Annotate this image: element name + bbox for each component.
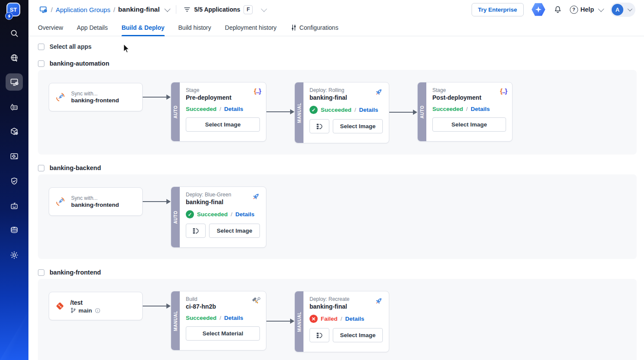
tab-label: App Details xyxy=(77,24,108,31)
rollback-button[interactable] xyxy=(309,119,329,133)
sidebar-item-global-config[interactable] xyxy=(6,246,23,264)
stage-node-card-post-deployment[interactable]: AUTO Stage Post-deployment {..} Succeede… xyxy=(417,82,513,142)
status-separator: / xyxy=(341,316,342,322)
applications-filter[interactable]: 5/5 Applications F xyxy=(183,5,266,14)
select-image-button[interactable]: Select Image xyxy=(432,117,506,132)
sync-node-app: banking-frontend xyxy=(71,202,119,208)
sync-node-label: Sync with... xyxy=(71,91,119,97)
try-enterprise-button[interactable]: Try Enterprise xyxy=(472,3,524,16)
status-text: Succeeded xyxy=(197,211,228,218)
tab-build-and-deploy[interactable]: Build & Deploy xyxy=(122,19,165,36)
select-all-label: Select all apps xyxy=(50,43,91,50)
git-node-card[interactable]: /test main xyxy=(49,292,143,320)
rollback-icon xyxy=(192,227,200,235)
select-material-button[interactable]: Select Material xyxy=(186,326,260,341)
status-text: Failed xyxy=(321,316,338,322)
app-checkbox-banking-frontend[interactable] xyxy=(38,269,44,276)
sidebar-item-resource-browser[interactable] xyxy=(6,49,23,66)
help-menu[interactable]: ? Help xyxy=(570,6,603,14)
node-kind: Deploy: Rolling xyxy=(309,87,383,93)
breadcrumb-link-application-groups[interactable]: Application Groups xyxy=(56,6,110,13)
details-link[interactable]: Details xyxy=(224,315,243,321)
app-checkbox-banking-automation[interactable] xyxy=(38,60,44,67)
workflow-banking-backend: Sync with... banking-frontend AUTO Deplo… xyxy=(38,174,637,259)
tab-overview[interactable]: Overview xyxy=(38,19,63,36)
rollback-icon xyxy=(316,123,323,130)
details-link[interactable]: Details xyxy=(345,316,364,322)
notification-bell-icon[interactable] xyxy=(553,5,562,14)
releases-icon xyxy=(9,103,19,112)
info-icon xyxy=(95,308,100,313)
gear-icon xyxy=(9,250,19,260)
select-image-button[interactable]: Select Image xyxy=(209,224,260,238)
select-image-button[interactable]: Select Image xyxy=(333,328,383,342)
status-separator: / xyxy=(466,106,468,112)
node-name: Pre-deployment xyxy=(186,94,260,101)
tab-build-history[interactable]: Build history xyxy=(178,19,211,36)
status-text: Succeeded xyxy=(432,106,463,112)
sidebar-item-resource-stack[interactable] xyxy=(6,222,23,239)
rollback-button[interactable] xyxy=(309,328,329,342)
node-kind: Deploy: Recreate xyxy=(309,296,383,302)
chevron-down-icon xyxy=(628,6,632,11)
deploy-node-card-rolling[interactable]: MANUAL Deploy: Rolling banking-final ✓ S… xyxy=(294,82,389,143)
top-header: / Application Groups / banking-final 5/5… xyxy=(28,0,644,19)
app-logo[interactable]: ST xyxy=(5,3,23,22)
select-all-checkbox[interactable] xyxy=(38,44,44,50)
sidebar-item-chart-store[interactable] xyxy=(6,123,23,140)
sidebar: ST xyxy=(0,0,28,360)
status-text: Succeeded xyxy=(186,315,216,321)
app-group-row: banking-backend xyxy=(38,164,101,171)
workflow-banking-frontend: /test main MANUAL Build ci-87-hn2b Succe… xyxy=(38,279,637,360)
database-stack-icon xyxy=(9,226,19,235)
node-kind: Deploy: Blue-Green xyxy=(186,192,260,198)
monitor-gear-icon xyxy=(9,77,19,87)
deploy-node-card-blue-green[interactable]: AUTO Deploy: Blue-Green banking-final ✓ … xyxy=(171,186,266,248)
sidebar-item-jobs[interactable] xyxy=(6,148,23,165)
rollback-button[interactable] xyxy=(186,224,206,238)
tab-label: Build & Deploy xyxy=(122,24,165,31)
sync-node-card[interactable]: Sync with... banking-frontend xyxy=(49,187,143,216)
breadcrumb-separator: / xyxy=(113,6,115,13)
sidebar-item-search[interactable] xyxy=(6,25,23,42)
chevron-down-icon[interactable] xyxy=(164,6,170,12)
sliders-icon xyxy=(291,24,297,31)
status-separator: / xyxy=(231,211,232,218)
details-link[interactable]: Details xyxy=(224,106,243,112)
trigger-strip: MANUAL xyxy=(171,291,180,350)
tab-app-details[interactable]: App Details xyxy=(77,19,108,36)
ai-sparkle-icon[interactable] xyxy=(531,3,546,16)
build-node-card[interactable]: MANUAL Build ci-87-hn2b Succeeded / Deta… xyxy=(171,291,266,351)
details-link[interactable]: Details xyxy=(359,107,378,113)
sync-node-card[interactable]: Sync with... banking-frontend xyxy=(49,83,143,111)
select-image-button[interactable]: Select Image xyxy=(333,119,383,133)
help-label: Help xyxy=(581,6,594,13)
success-check-icon: ✓ xyxy=(186,210,194,218)
workflow-banking-automation: Sync with... banking-frontend AUTO Stage… xyxy=(38,70,637,155)
sidebar-item-security[interactable] xyxy=(6,173,23,190)
tab-label: Overview xyxy=(38,24,63,31)
select-image-button[interactable]: Select Image xyxy=(186,117,260,132)
app-group-icon xyxy=(39,5,48,14)
success-check-icon: ✓ xyxy=(309,106,318,114)
tab-configurations[interactable]: Configurations xyxy=(291,19,338,36)
git-icon xyxy=(55,301,65,311)
user-menu[interactable]: A xyxy=(610,3,635,17)
tab-deployment-history[interactable]: Deployment history xyxy=(225,19,277,36)
rollback-icon xyxy=(316,332,323,339)
workflow-arrow xyxy=(266,111,294,112)
stage-node-card-pre-deployment[interactable]: AUTO Stage Pre-deployment {..} Succeeded… xyxy=(171,82,266,142)
app-checkbox-banking-backend[interactable] xyxy=(38,165,44,171)
sidebar-item-bots[interactable] xyxy=(6,197,23,215)
avatar: A xyxy=(612,4,623,16)
script-braces-icon: {..} xyxy=(254,87,261,95)
deploy-node-card-recreate[interactable]: MANUAL Deploy: Recreate banking-final ✕ … xyxy=(294,291,389,352)
workflow-arrow xyxy=(143,306,170,306)
details-link[interactable]: Details xyxy=(471,106,490,112)
trigger-strip: MANUAL xyxy=(295,82,303,143)
chevron-down-icon[interactable] xyxy=(261,6,267,12)
details-link[interactable]: Details xyxy=(235,211,254,218)
sidebar-item-releases[interactable] xyxy=(6,99,23,116)
sidebar-item-application-groups[interactable] xyxy=(6,73,23,91)
status-text: Succeeded xyxy=(321,107,351,113)
